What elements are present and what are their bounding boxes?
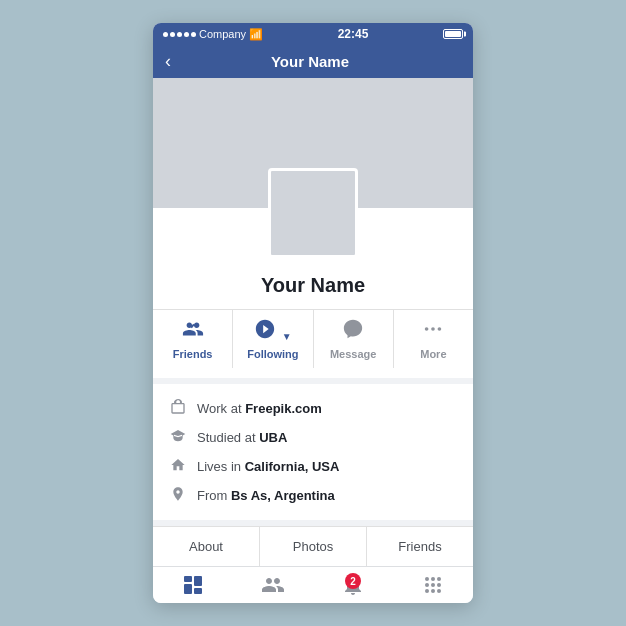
more-button[interactable]: More bbox=[394, 310, 473, 368]
profile-name: Your Name bbox=[261, 274, 365, 297]
info-section: Work at Freepik.com Studied at UBA Lives… bbox=[153, 384, 473, 520]
svg-rect-3 bbox=[184, 576, 192, 582]
info-lives: Lives in California, USA bbox=[169, 452, 457, 481]
friends-button[interactable]: Friends bbox=[153, 310, 233, 368]
info-work: Work at Freepik.com bbox=[169, 394, 457, 423]
home-icon bbox=[169, 457, 187, 476]
nav-title: Your Name bbox=[179, 53, 441, 70]
signal-dots bbox=[163, 32, 196, 37]
more-label: More bbox=[420, 348, 446, 360]
svg-point-7 bbox=[425, 577, 429, 581]
tab-photos[interactable]: Photos bbox=[260, 527, 367, 566]
clock: 22:45 bbox=[338, 27, 369, 41]
tabs-section: About Photos Friends bbox=[153, 526, 473, 566]
notification-badge: 2 bbox=[345, 573, 361, 589]
svg-point-11 bbox=[431, 583, 435, 587]
svg-point-12 bbox=[437, 583, 441, 587]
profile-section: Your Name Friends ▼ F bbox=[153, 208, 473, 378]
location-icon bbox=[169, 486, 187, 505]
message-button[interactable]: Message bbox=[314, 310, 394, 368]
message-icon bbox=[342, 318, 364, 345]
friends-icon bbox=[182, 318, 204, 345]
bottom-nav-menu[interactable] bbox=[393, 567, 473, 603]
info-study: Studied at UBA bbox=[169, 423, 457, 452]
svg-rect-4 bbox=[184, 584, 192, 594]
svg-point-13 bbox=[425, 589, 429, 593]
svg-point-0 bbox=[425, 327, 429, 331]
svg-rect-6 bbox=[194, 588, 202, 594]
info-from: From Bs As, Argentina bbox=[169, 481, 457, 510]
work-icon bbox=[169, 399, 187, 418]
svg-point-2 bbox=[438, 327, 442, 331]
lives-text: Lives in California, USA bbox=[197, 459, 339, 474]
svg-point-9 bbox=[437, 577, 441, 581]
tab-about[interactable]: About bbox=[153, 527, 260, 566]
back-button[interactable]: ‹ bbox=[165, 51, 171, 72]
status-bar: Company 📶 22:45 bbox=[153, 23, 473, 45]
bottom-nav-home[interactable] bbox=[153, 567, 233, 603]
following-label: Following bbox=[247, 348, 298, 360]
svg-point-14 bbox=[431, 589, 435, 593]
friends-label: Friends bbox=[173, 348, 213, 360]
svg-point-8 bbox=[431, 577, 435, 581]
bottom-nav: 2 bbox=[153, 566, 473, 603]
message-label: Message bbox=[330, 348, 376, 360]
svg-rect-5 bbox=[194, 576, 202, 586]
phone-frame: Company 📶 22:45 ‹ Your Name Your Name bbox=[153, 23, 473, 603]
following-icon: ▼ bbox=[254, 318, 291, 345]
svg-point-1 bbox=[432, 327, 436, 331]
battery-icon bbox=[443, 29, 463, 39]
avatar bbox=[268, 168, 358, 258]
wifi-icon: 📶 bbox=[249, 28, 263, 41]
study-icon bbox=[169, 428, 187, 447]
status-left: Company 📶 bbox=[163, 28, 263, 41]
more-dots-icon bbox=[422, 318, 444, 345]
avatar-container bbox=[268, 168, 358, 258]
tab-friends[interactable]: Friends bbox=[367, 527, 473, 566]
svg-point-10 bbox=[425, 583, 429, 587]
bottom-nav-friends[interactable] bbox=[233, 567, 313, 603]
following-button[interactable]: ▼ Following bbox=[233, 310, 313, 368]
nav-bar: ‹ Your Name bbox=[153, 45, 473, 78]
study-text: Studied at UBA bbox=[197, 430, 287, 445]
svg-point-15 bbox=[437, 589, 441, 593]
from-text: From Bs As, Argentina bbox=[197, 488, 335, 503]
action-buttons: Friends ▼ Following Message bbox=[153, 309, 473, 368]
work-text: Work at Freepik.com bbox=[197, 401, 322, 416]
carrier-label: Company bbox=[199, 28, 246, 40]
bottom-nav-notifications[interactable]: 2 bbox=[313, 567, 393, 603]
